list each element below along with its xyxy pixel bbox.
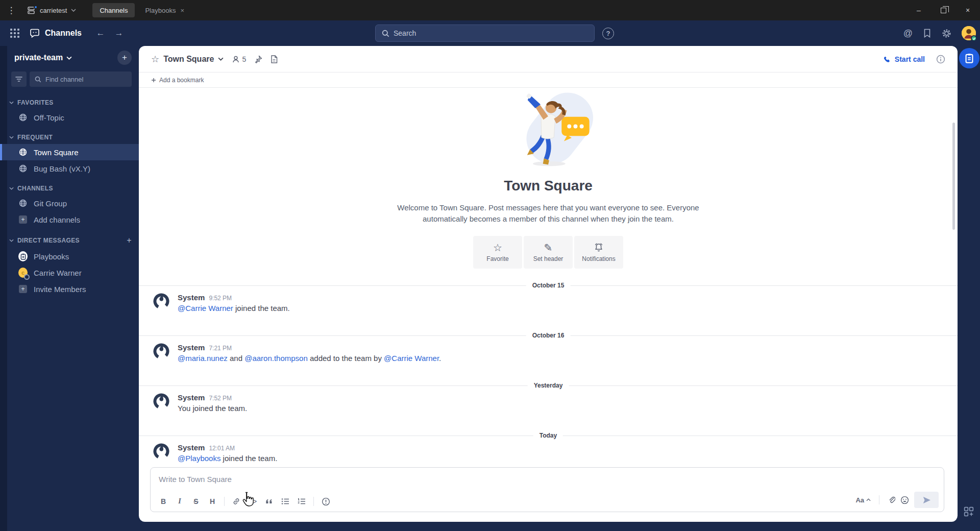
favorite-star-icon[interactable]: ☆ [151, 54, 159, 65]
message-username[interactable]: System [178, 293, 205, 302]
mention-link[interactable]: @Playbooks [178, 454, 220, 463]
mouse-cursor [241, 491, 255, 508]
send-message-button[interactable] [914, 492, 939, 508]
chevron-down-icon [218, 57, 224, 61]
plus-box-icon: + [18, 215, 28, 224]
member-count-button[interactable]: 5 [232, 55, 246, 63]
settings-gear-icon[interactable] [942, 29, 951, 38]
toggle-formatting-button[interactable]: Aa [855, 496, 871, 504]
bulleted-list-button[interactable] [278, 495, 293, 508]
message-text-part: joined the team. [233, 304, 290, 312]
feed-scrollbar[interactable] [952, 123, 955, 230]
system-avatar [153, 393, 169, 409]
message-priority-button[interactable] [318, 495, 333, 508]
channel-name-menu[interactable]: Town Square [163, 55, 224, 64]
globe-icon [18, 199, 28, 207]
section-label: DIRECT MESSAGES [17, 237, 80, 244]
header-actions: @ [903, 20, 976, 46]
set-header-button[interactable]: ✎ Set header [524, 236, 573, 269]
add-apps-button[interactable] [964, 506, 974, 517]
mention-link[interactable]: @Carrie Warner [384, 354, 439, 363]
sidebar-item-invite-members[interactable]: + Invite Members [0, 281, 139, 297]
team-header: private-team + [0, 46, 139, 69]
sidebar-item-git-group[interactable]: Git Group [0, 195, 139, 211]
channel-info-button[interactable] [936, 55, 945, 64]
add-bookmark-bar[interactable]: Add a bookmark [139, 73, 958, 88]
heading-button[interactable]: H [205, 495, 220, 508]
strikethrough-button[interactable]: S [188, 495, 204, 508]
restore-button[interactable] [931, 0, 955, 20]
sidebar-item-carrie-warner[interactable]: c Carrie Warner [0, 264, 139, 281]
section-direct-messages[interactable]: DIRECT MESSAGES + [0, 228, 139, 248]
chevron-down-icon [9, 239, 14, 242]
message-composer[interactable]: Write to Town Square B I S H <> Aa [150, 467, 944, 512]
close-tab-icon[interactable]: × [180, 7, 184, 14]
system-message: System7:52 PM You joined the team. [139, 390, 958, 419]
date-divider-label: Today [533, 431, 563, 440]
favorite-button[interactable]: ☆ Favorite [473, 236, 522, 269]
message-username[interactable]: System [178, 343, 205, 352]
user-avatar[interactable] [962, 26, 976, 40]
sidebar-item-playbooks-dm[interactable]: Playbooks [0, 248, 139, 264]
channel-name: Town Square [163, 55, 214, 64]
notifications-button[interactable]: Notifications [574, 236, 623, 269]
italic-button[interactable]: I [172, 495, 187, 508]
pinned-posts-button[interactable] [254, 55, 262, 63]
forward-button[interactable]: → [113, 28, 125, 38]
add-dm-button[interactable]: + [127, 236, 132, 245]
channel-view: ☆ Town Square 5 Start call Add a bookmar [139, 46, 958, 522]
emoji-picker-button[interactable] [900, 496, 909, 504]
sidebar-item-add-channels[interactable]: + Add channels [0, 211, 139, 228]
quote-button[interactable] [261, 495, 277, 508]
section-frequent[interactable]: FREQUENT [0, 126, 139, 144]
back-button[interactable]: ← [95, 28, 106, 38]
app-menu-icon[interactable]: ⋮ [0, 5, 22, 16]
window-controls: – × [906, 0, 980, 20]
product-switcher-icon[interactable] [6, 29, 23, 38]
find-channel-input[interactable]: Find channel [30, 71, 132, 87]
playbooks-app-button[interactable] [959, 48, 979, 68]
chevron-down-icon [9, 136, 14, 139]
help-button[interactable]: ? [602, 28, 614, 39]
numbered-list-button[interactable] [294, 495, 309, 508]
message-text: You joined the team. [178, 403, 945, 414]
message-time: 7:21 PM [209, 345, 232, 352]
mention-link[interactable]: @aaron.thompson [244, 354, 308, 363]
start-call-button[interactable]: Start call [883, 55, 925, 63]
search-input[interactable]: Search [375, 25, 595, 42]
channel-label: Add channels [34, 215, 80, 224]
unread-dot [34, 5, 38, 9]
plus-icon [151, 78, 156, 83]
mentions-button[interactable]: @ [903, 28, 913, 39]
add-channel-button[interactable]: + [117, 51, 132, 65]
message-text-part: You joined the team. [178, 404, 247, 413]
section-favorites[interactable]: FAVORITES [0, 91, 139, 109]
channel-intro: Town Square Welcome to Town Square. Post… [139, 88, 958, 269]
tab-playbooks[interactable]: Playbooks × [138, 3, 191, 17]
tab-channels[interactable]: Channels [92, 3, 135, 17]
mention-link[interactable]: @maria.nunez [178, 354, 228, 363]
mention-link[interactable]: @Carrie Warner [178, 304, 233, 312]
channel-files-button[interactable] [271, 55, 278, 63]
server-switcher[interactable]: carrietest [22, 0, 85, 20]
attach-file-button[interactable] [888, 496, 895, 504]
minimize-button[interactable]: – [906, 0, 931, 20]
message-time: 9:52 PM [209, 295, 232, 302]
message-username[interactable]: System [178, 393, 205, 402]
filter-button[interactable] [11, 71, 27, 87]
section-channels[interactable]: CHANNELS [0, 177, 139, 195]
star-icon: ☆ [493, 243, 502, 253]
bold-button[interactable]: B [156, 495, 171, 508]
close-button[interactable]: × [955, 0, 980, 20]
sidebar-item-town-square[interactable]: Town Square [0, 144, 139, 160]
product-title: Channels [30, 28, 82, 38]
message-username[interactable]: System [178, 443, 205, 452]
saved-messages-icon[interactable] [923, 29, 932, 38]
sidebar-item-bug-bash[interactable]: Bug Bash (vX.Y) [0, 160, 139, 177]
channel-header: ☆ Town Square 5 Start call [139, 46, 958, 73]
server-icon [28, 7, 36, 14]
date-divider-label: Yesterday [528, 381, 569, 390]
team-menu[interactable]: private-team [14, 53, 72, 62]
find-channel-placeholder: Find channel [45, 76, 83, 83]
sidebar-item-off-topic[interactable]: Off-Topic [0, 109, 139, 126]
